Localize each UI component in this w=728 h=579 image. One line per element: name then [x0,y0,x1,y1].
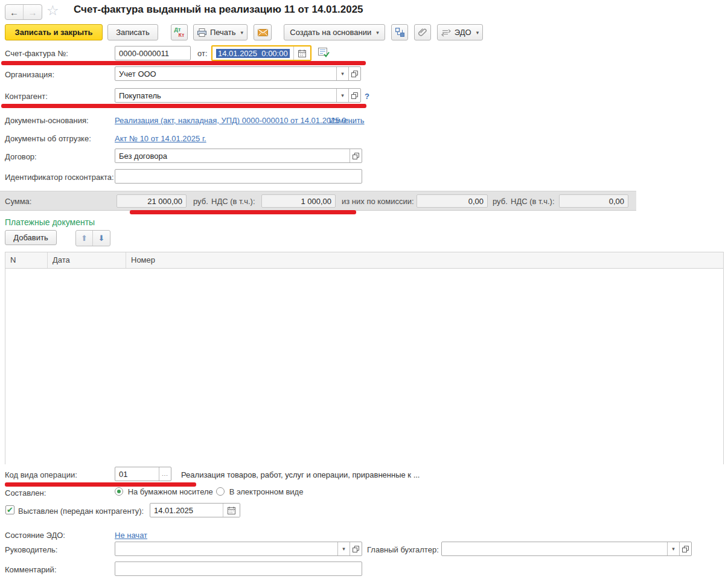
comment-field[interactable] [115,561,362,576]
organization-label: Организация: [5,70,54,79]
operation-code-label: Код вида операции: [5,470,77,479]
edo-label: ЭДО [455,28,471,37]
commission-sum-field[interactable]: 0,00 [417,194,488,208]
print-button[interactable]: Печать ▾ [193,24,247,40]
rub-label: руб. [193,197,208,206]
edo-state-link[interactable]: Не начат [115,531,147,540]
forward-button[interactable]: → [24,5,42,19]
send-email-button[interactable] [254,24,272,40]
show-postings-button[interactable]: ДтКт [171,24,188,40]
print-label: Печать [210,28,236,37]
calendar-button[interactable] [223,504,240,517]
chief-accountant-label: Главный бухгалтер: [367,545,439,554]
invoice-number-value: 0000-0000011 [115,49,190,58]
open-form-icon [351,71,358,77]
open-button[interactable] [350,149,362,162]
dropdown-arrow-icon[interactable]: ▾ [336,67,348,80]
open-form-icon [353,546,359,552]
calendar-icon [298,50,306,57]
contract-field[interactable]: Без договора [115,149,362,163]
vat-field[interactable]: 1 000,00 [261,194,336,208]
dropdown-arrow-icon[interactable]: ▾ [667,542,679,555]
composed-label: Составлен: [5,488,46,497]
column-header-n[interactable]: N [5,252,48,268]
base-documents-link[interactable]: Реализация (акт, накладная, УПД) 0000-00… [115,116,355,125]
add-row-button[interactable]: Добавить [5,230,57,245]
operation-code-description: Реализация товаров, работ, услуг и опера… [181,470,420,479]
move-row-group: ⬆ ⬇ [75,230,110,246]
save-button[interactable]: Записать [107,24,158,40]
open-button[interactable] [679,542,691,555]
composed-option-electronic[interactable]: В электронном виде [216,487,303,496]
radio-icon [216,487,225,496]
save-label: Записать [116,28,150,37]
operation-code-value: 01 [115,470,159,479]
commission-vat-label: НДС (в т.ч.): [511,197,555,206]
operation-code-field[interactable]: 01 ... [115,467,171,481]
chevron-down-icon: ▾ [476,30,479,36]
open-button[interactable] [350,542,362,555]
dropdown-arrow-icon[interactable]: ▾ [337,542,350,555]
invoice-date-field[interactable]: 14.01.2025 0:00:00 [211,45,311,61]
checkmark-icon: ✔ [7,505,13,514]
open-button[interactable] [348,67,360,80]
open-form-icon [353,153,359,159]
edo-button[interactable]: ЭДО ▾ [437,24,483,40]
shipping-documents-link[interactable]: Акт № 10 от 14.01.2025 г. [115,134,206,143]
document-check-icon [318,48,330,58]
create-based-on-button[interactable]: Создать на основании ▾ [284,24,385,40]
manager-field[interactable]: ▾ [115,542,362,556]
commission-vat-field[interactable]: 0,00 [559,194,628,208]
favorite-star-icon[interactable]: ☆ [46,2,59,19]
invoice-date-value: 14.01.2025 0:00:00 [216,49,290,58]
issued-checkbox[interactable]: ✔ [5,505,14,514]
composed-option-paper[interactable]: На бумажном носителе [115,487,213,496]
totals-strip: Сумма: 21 000,00 руб. НДС (в т.ч.): 1 00… [0,191,636,211]
chief-accountant-field[interactable]: ▾ [441,542,692,556]
sum-field[interactable]: 21 000,00 [117,194,187,208]
gov-contract-id-field[interactable] [115,169,362,184]
radio-selected-icon [115,487,123,496]
date-label: от: [197,49,208,58]
counterparty-help-link[interactable]: ? [365,92,369,101]
annotation-underline [1,61,366,65]
column-header-date[interactable]: Дата [48,252,126,268]
chevron-down-icon: ▾ [376,30,379,36]
payment-docs-title: Платежные документы [5,217,95,227]
back-button[interactable]: ← [5,5,24,19]
choose-button[interactable]: ... [159,467,171,481]
save-and-close-button[interactable]: Записать и закрыть [5,24,103,40]
shipping-documents-label: Документы об отгрузке: [5,134,91,143]
issued-date-field[interactable]: 14.01.2025 [150,503,240,517]
back-arrow-icon: ← [10,7,19,18]
composed-option-electronic-label: В электронном виде [229,487,304,496]
fill-from-base-button[interactable] [318,48,330,58]
vat-label: НДС (в т.ч.): [211,197,255,206]
structure-icon [395,28,404,37]
related-documents-button[interactable] [391,24,408,40]
open-form-icon [682,546,689,552]
base-documents-label: Документы-основания: [5,116,89,125]
manager-label: Руководитель: [5,545,57,554]
paperclip-icon [418,28,427,37]
payment-docs-table-body[interactable] [5,269,723,464]
change-base-documents-link[interactable]: Изменить [329,116,365,125]
column-header-number[interactable]: Номер [126,252,723,268]
invoice-number-label: Счет-фактура №: [5,49,68,58]
save-and-close-label: Записать и закрыть [15,28,93,37]
issued-date-value: 14.01.2025 [150,506,223,515]
invoice-number-field[interactable]: 0000-0000011 [115,46,191,60]
payment-docs-table: N Дата Номер [5,252,724,464]
calendar-button[interactable] [293,46,310,60]
move-down-button[interactable]: ⬇ [93,231,110,246]
annotation-underline [130,210,356,214]
organization-field[interactable]: Учет ООО ▾ [115,66,361,81]
move-up-button[interactable]: ⬆ [76,231,93,246]
organization-value: Учет ООО [115,69,336,78]
open-button[interactable] [348,89,360,102]
dropdown-arrow-icon[interactable]: ▾ [336,89,348,102]
annotation-underline [5,482,196,487]
attachments-button[interactable] [414,24,431,40]
counterparty-field[interactable]: Покупатель ▾ [115,88,361,103]
nav-history-group: ← → [5,4,42,20]
